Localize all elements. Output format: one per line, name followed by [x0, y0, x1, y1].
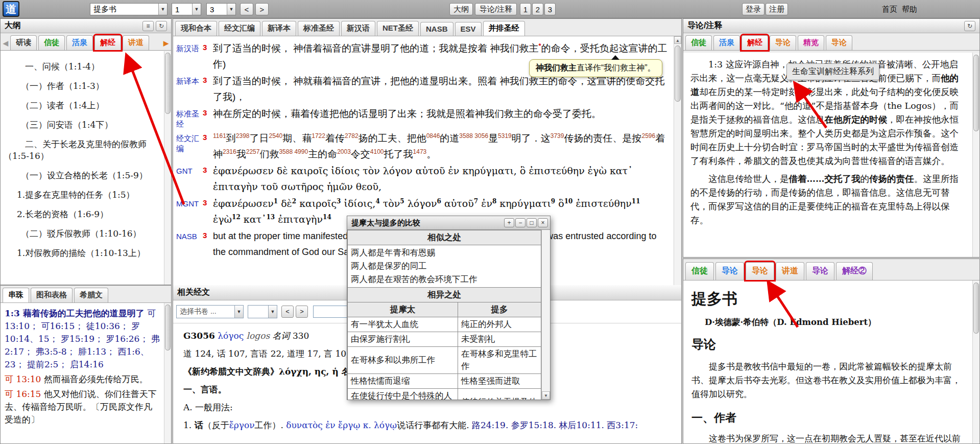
introduction-scrollbar[interactable] [972, 281, 979, 443]
outline-item[interactable]: （二）驳斥假教师（1:10-16） [4, 228, 161, 240]
tab-新汉语[interactable]: 新汉语 [341, 21, 375, 36]
comparison-window-scrollbar[interactable]: ▼ [541, 230, 550, 400]
tab-信徒[interactable]: 信徒 [685, 35, 712, 50]
version-label[interactable]: 新汉语 [176, 40, 203, 72]
columns-2-button[interactable]: 2 [532, 3, 543, 15]
chapter-picker-select[interactable]: ▼ [248, 305, 277, 318]
chevron-down-icon: ▼ [227, 4, 235, 15]
diff-cell: 在哥林多和以弗所工作 [348, 347, 458, 374]
help-link[interactable]: 帮助 [902, 5, 917, 14]
version-label[interactable]: GNT [176, 163, 203, 195]
tab-标准圣经[interactable]: 标准圣经 [298, 21, 340, 36]
book-select[interactable]: 提多书 ▼ [90, 3, 168, 15]
verses-scrollbar[interactable]: ▲ [674, 36, 681, 285]
tab-串珠[interactable]: 串珠 [3, 288, 29, 302]
tab-信徒[interactable]: 信徒 [685, 262, 714, 280]
prev-verse-button[interactable]: < [240, 3, 253, 15]
tab-导论[interactable]: 导论 [826, 35, 852, 50]
tab-导论[interactable]: 导论 [746, 262, 774, 280]
outline-scrollbar[interactable] [164, 51, 171, 285]
tab-讲道[interactable]: 讲道 [123, 35, 149, 50]
next-verse-button[interactable]: > [255, 3, 269, 15]
zoom-out-button[interactable]: − [515, 218, 525, 227]
version-label[interactable]: NASB [176, 228, 203, 260]
outline-panel-button[interactable]: 大纲 [449, 3, 473, 15]
tabs-scroll-left-icon[interactable]: ◀ [3, 36, 9, 50]
text-seg: 到了适当的时候， 神借着福音的宣讲显明了他的道；我就是按着 神我们救主 [213, 43, 539, 54]
tab-讲道[interactable]: 讲道 [776, 262, 804, 280]
tab-经文汇编[interactable]: 经文汇编 [219, 21, 260, 36]
columns-1-button[interactable]: 1 [520, 3, 531, 15]
outline-item[interactable]: （二）读者（1:4上） [4, 100, 161, 111]
verse-select[interactable]: 3 ▼ [206, 3, 236, 15]
diff-cell: 在哥林多和克里特工作 [458, 347, 541, 374]
tab-精览[interactable]: 精览 [798, 35, 824, 50]
book-picker-select[interactable]: 选择书卷 ... ▼ [176, 305, 244, 318]
tabs-scroll-right-icon[interactable]: ▶ [163, 36, 169, 50]
outline-item[interactable]: （一）设立合格的长老（1:5-9） [4, 170, 161, 181]
refresh-icon[interactable]: ↻ [964, 21, 975, 31]
tab-ESV[interactable]: ESV [455, 22, 482, 36]
tab-解经[interactable]: 解经 [94, 35, 121, 50]
text-seg: ἰδίοις, [341, 198, 375, 209]
comparison-window-titlebar[interactable]: 提摩太与提多的比较 + − □ × [347, 216, 550, 230]
scroll-up-icon[interactable]: ▲ [674, 36, 681, 44]
outline-item[interactable]: 一、问候（1:1-4） [4, 61, 161, 73]
text-seg: 2596 [641, 132, 655, 139]
tab-NASB[interactable]: NASB [420, 22, 453, 36]
crossref-scrollbar[interactable] [164, 303, 171, 443]
tab-NET圣经[interactable]: NET圣经 [377, 21, 419, 36]
related-prev-button[interactable]: < [281, 306, 294, 318]
intro-panel-button[interactable]: 导论/注释 [475, 3, 517, 15]
version-label[interactable]: 经文汇编 [176, 130, 203, 162]
similar-item: 两人都是在艰苦的教会环境下工作 [351, 273, 538, 286]
zoom-in-button[interactable]: + [504, 218, 514, 227]
register-button[interactable]: 注册 [766, 3, 788, 15]
tab-导论[interactable]: 导论 [806, 262, 834, 280]
restore-window-button[interactable]: □ [527, 218, 537, 227]
outline-item[interactable]: 1.对假教师的描绘（1:10-13上） [4, 247, 161, 259]
tab-解经②[interactable]: 解经② [836, 262, 873, 280]
commentary-scrollbar[interactable] [972, 53, 979, 257]
refresh-icon[interactable]: ↻ [156, 21, 167, 31]
tab-活泉[interactable]: 活泉 [66, 35, 93, 50]
tab-导论[interactable]: 导论 [715, 262, 744, 280]
outline-item[interactable]: （一）作者（1:1-3） [4, 80, 161, 92]
tab-活泉[interactable]: 活泉 [713, 35, 740, 50]
scroll-down-icon[interactable]: ▼ [542, 391, 550, 400]
text-seg: 期、藉 [282, 133, 312, 144]
login-button[interactable]: 登录 [742, 3, 764, 15]
tab-希腊文[interactable]: 希腊文 [74, 288, 108, 302]
text-seg: 一、言语。 [183, 384, 227, 394]
tab-导论[interactable]: 导论 [770, 35, 796, 50]
chapter-select[interactable]: 1 ▼ [172, 3, 201, 15]
table-row: 提摩太提多 [348, 302, 541, 317]
app-logo[interactable]: 道 [3, 1, 19, 17]
tab-图和表格[interactable]: 图和表格 [31, 288, 73, 302]
outline-item[interactable]: 2.长老的资格（1:6-9） [4, 208, 161, 220]
outline-item[interactable]: （三）问安语（1:4下） [4, 119, 161, 131]
similar-cell: 两人都是年青和有恩赐两人都是保罗的同工两人都是在艰苦的教会环境下工作 [348, 245, 541, 288]
tab-解经[interactable]: 解经 [742, 35, 768, 50]
comparison-window[interactable]: 提摩太与提多的比较 + − □ × 相似之处两人都是年青和有恩赐两人都是保罗的同… [347, 216, 551, 400]
version-label[interactable]: 标准圣经 [176, 106, 203, 129]
home-link[interactable]: 首页 [882, 5, 897, 14]
tab-新译本[interactable]: 新译本 [262, 21, 296, 36]
columns-3-button[interactable]: 3 [544, 3, 556, 15]
outline-item[interactable]: 1.提多在克里特的任务（1:5） [4, 189, 161, 201]
outline-item[interactable]: 二、关于长老及克里特的假教师（1:5-16） [4, 138, 161, 162]
tab-现和合本[interactable]: 现和合本 [175, 21, 217, 36]
version-label[interactable]: MGNT [176, 196, 203, 227]
crossref-line: 可 13:10 然而福音必须先传给万民。 [5, 373, 160, 386]
tab-研读[interactable]: 研读 [10, 35, 37, 50]
text-seg: 1 [274, 198, 278, 205]
text-seg: καιροῖς [296, 198, 337, 209]
similar-item: 两人都是保罗的同工 [351, 260, 538, 273]
introduction-content: 提多书 D·埃德蒙·希伯特（D. Edmond Hiebert） 导论 提多书是… [683, 281, 972, 443]
close-window-button[interactable]: × [538, 218, 548, 227]
version-label[interactable]: 新译本 [176, 73, 203, 105]
related-next-button[interactable]: > [296, 306, 308, 318]
list-view-icon[interactable]: ≡ [142, 21, 154, 31]
tab-并排圣经[interactable]: 并排圣经 [483, 21, 525, 36]
tab-信徒[interactable]: 信徒 [38, 35, 65, 50]
